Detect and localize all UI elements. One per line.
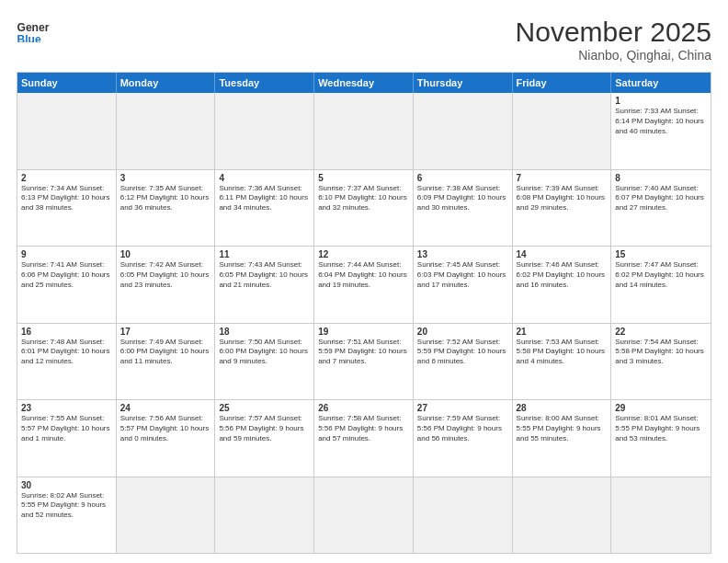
day-info: Sunrise: 7:44 AM Sunset: 6:04 PM Dayligh… bbox=[318, 260, 409, 290]
header-sunday: Sunday bbox=[17, 73, 117, 93]
day-number: 12 bbox=[318, 249, 409, 259]
day-cell-w5-d6: 28Sunrise: 8:00 AM Sunset: 5:55 PM Dayli… bbox=[513, 400, 612, 477]
day-cell-w2-d7: 8Sunrise: 7:40 AM Sunset: 6:07 PM Daylig… bbox=[611, 170, 711, 247]
day-number: 22 bbox=[615, 327, 707, 337]
day-info: Sunrise: 8:02 AM Sunset: 5:55 PM Dayligh… bbox=[21, 491, 112, 521]
day-cell-w4-d1: 16Sunrise: 7:48 AM Sunset: 6:01 PM Dayli… bbox=[17, 324, 117, 400]
week-row-5: 23Sunrise: 7:55 AM Sunset: 5:57 PM Dayli… bbox=[17, 400, 711, 477]
day-cell-w6-d2 bbox=[117, 477, 216, 554]
day-cell-w5-d1: 23Sunrise: 7:55 AM Sunset: 5:57 PM Dayli… bbox=[17, 400, 117, 477]
day-headers: Sunday Monday Tuesday Wednesday Thursday… bbox=[17, 73, 711, 93]
day-cell-w3-d3: 11Sunrise: 7:43 AM Sunset: 6:05 PM Dayli… bbox=[215, 247, 314, 323]
day-info: Sunrise: 7:41 AM Sunset: 6:06 PM Dayligh… bbox=[21, 260, 112, 290]
day-cell-w4-d3: 18Sunrise: 7:50 AM Sunset: 6:00 PM Dayli… bbox=[215, 324, 314, 400]
day-info: Sunrise: 7:46 AM Sunset: 6:02 PM Dayligh… bbox=[517, 260, 608, 290]
day-cell-w1-d2 bbox=[117, 93, 216, 169]
day-cell-w4-d4: 19Sunrise: 7:51 AM Sunset: 5:59 PM Dayli… bbox=[314, 324, 414, 400]
day-info: Sunrise: 7:51 AM Sunset: 5:59 PM Dayligh… bbox=[318, 338, 409, 367]
day-number: 27 bbox=[417, 403, 508, 413]
day-cell-w6-d5 bbox=[414, 477, 513, 554]
day-info: Sunrise: 7:45 AM Sunset: 6:03 PM Dayligh… bbox=[417, 260, 508, 290]
logo-icon: GeneralBlue bbox=[17, 17, 50, 42]
subtitle: Nianbo, Qinghai, China bbox=[516, 48, 711, 63]
day-cell-w2-d5: 6Sunrise: 7:38 AM Sunset: 6:09 PM Daylig… bbox=[414, 170, 513, 247]
day-info: Sunrise: 7:58 AM Sunset: 5:56 PM Dayligh… bbox=[318, 414, 409, 443]
day-info: Sunrise: 7:49 AM Sunset: 6:00 PM Dayligh… bbox=[120, 338, 211, 367]
day-info: Sunrise: 7:57 AM Sunset: 5:56 PM Dayligh… bbox=[219, 414, 310, 443]
header-saturday: Saturday bbox=[611, 73, 711, 93]
title-block: November 2025 Nianbo, Qinghai, China bbox=[516, 17, 711, 63]
calendar: Sunday Monday Tuesday Wednesday Thursday… bbox=[17, 72, 711, 554]
day-number: 11 bbox=[219, 249, 310, 259]
day-info: Sunrise: 7:55 AM Sunset: 5:57 PM Dayligh… bbox=[21, 414, 112, 443]
day-number: 19 bbox=[318, 327, 409, 337]
day-info: Sunrise: 7:33 AM Sunset: 6:14 PM Dayligh… bbox=[615, 107, 707, 136]
day-number: 16 bbox=[21, 327, 112, 337]
day-cell-w2-d4: 5Sunrise: 7:37 AM Sunset: 6:10 PM Daylig… bbox=[314, 170, 414, 247]
day-info: Sunrise: 7:34 AM Sunset: 6:13 PM Dayligh… bbox=[21, 184, 112, 213]
day-info: Sunrise: 8:00 AM Sunset: 5:55 PM Dayligh… bbox=[517, 414, 608, 443]
day-info: Sunrise: 7:43 AM Sunset: 6:05 PM Dayligh… bbox=[219, 260, 310, 290]
svg-text:General: General bbox=[17, 21, 51, 34]
day-cell-w2-d1: 2Sunrise: 7:34 AM Sunset: 6:13 PM Daylig… bbox=[17, 170, 117, 247]
day-info: Sunrise: 7:50 AM Sunset: 6:00 PM Dayligh… bbox=[219, 338, 310, 367]
day-cell-w4-d2: 17Sunrise: 7:49 AM Sunset: 6:00 PM Dayli… bbox=[117, 324, 216, 400]
day-cell-w6-d6 bbox=[513, 477, 612, 554]
day-cell-w3-d2: 10Sunrise: 7:42 AM Sunset: 6:05 PM Dayli… bbox=[117, 247, 216, 323]
svg-text:Blue: Blue bbox=[17, 33, 41, 42]
month-title: November 2025 bbox=[516, 17, 711, 48]
day-number: 7 bbox=[517, 173, 608, 183]
day-number: 8 bbox=[615, 173, 707, 183]
week-row-2: 2Sunrise: 7:34 AM Sunset: 6:13 PM Daylig… bbox=[17, 170, 711, 247]
day-cell-w1-d4 bbox=[314, 93, 414, 169]
day-cell-w2-d2: 3Sunrise: 7:35 AM Sunset: 6:12 PM Daylig… bbox=[117, 170, 216, 247]
day-info: Sunrise: 7:35 AM Sunset: 6:12 PM Dayligh… bbox=[120, 184, 211, 213]
day-cell-w6-d7 bbox=[611, 477, 711, 554]
day-info: Sunrise: 7:47 AM Sunset: 6:02 PM Dayligh… bbox=[615, 260, 707, 290]
day-number: 24 bbox=[120, 403, 211, 413]
day-cell-w5-d7: 29Sunrise: 8:01 AM Sunset: 5:55 PM Dayli… bbox=[611, 400, 711, 477]
header-tuesday: Tuesday bbox=[215, 73, 314, 93]
day-cell-w6-d1: 30Sunrise: 8:02 AM Sunset: 5:55 PM Dayli… bbox=[17, 477, 117, 554]
day-cell-w4-d6: 21Sunrise: 7:53 AM Sunset: 5:58 PM Dayli… bbox=[513, 324, 612, 400]
week-row-1: 1Sunrise: 7:33 AM Sunset: 6:14 PM Daylig… bbox=[17, 93, 711, 170]
day-cell-w3-d4: 12Sunrise: 7:44 AM Sunset: 6:04 PM Dayli… bbox=[314, 247, 414, 323]
day-cell-w5-d3: 25Sunrise: 7:57 AM Sunset: 5:56 PM Dayli… bbox=[215, 400, 314, 477]
day-cell-w1-d5 bbox=[414, 93, 513, 169]
day-info: Sunrise: 7:59 AM Sunset: 5:56 PM Dayligh… bbox=[417, 414, 508, 443]
day-cell-w3-d5: 13Sunrise: 7:45 AM Sunset: 6:03 PM Dayli… bbox=[414, 247, 513, 323]
logo: GeneralBlue bbox=[17, 17, 50, 42]
day-info: Sunrise: 7:48 AM Sunset: 6:01 PM Dayligh… bbox=[21, 338, 112, 367]
header: GeneralBlue November 2025 Nianbo, Qingha… bbox=[17, 17, 711, 63]
day-cell-w3-d7: 15Sunrise: 7:47 AM Sunset: 6:02 PM Dayli… bbox=[611, 247, 711, 323]
day-cell-w1-d6 bbox=[513, 93, 612, 169]
header-monday: Monday bbox=[117, 73, 216, 93]
week-row-4: 16Sunrise: 7:48 AM Sunset: 6:01 PM Dayli… bbox=[17, 324, 711, 401]
day-number: 14 bbox=[517, 249, 608, 259]
day-info: Sunrise: 7:42 AM Sunset: 6:05 PM Dayligh… bbox=[120, 260, 211, 290]
day-info: Sunrise: 7:37 AM Sunset: 6:10 PM Dayligh… bbox=[318, 184, 409, 213]
day-cell-w1-d1 bbox=[17, 93, 117, 169]
day-cell-w6-d3 bbox=[215, 477, 314, 554]
header-friday: Friday bbox=[513, 73, 612, 93]
day-number: 9 bbox=[21, 249, 112, 259]
day-info: Sunrise: 7:52 AM Sunset: 5:59 PM Dayligh… bbox=[417, 338, 508, 367]
day-cell-w5-d5: 27Sunrise: 7:59 AM Sunset: 5:56 PM Dayli… bbox=[414, 400, 513, 477]
day-number: 10 bbox=[120, 249, 211, 259]
header-wednesday: Wednesday bbox=[314, 73, 414, 93]
day-number: 17 bbox=[120, 327, 211, 337]
day-cell-w1-d7: 1Sunrise: 7:33 AM Sunset: 6:14 PM Daylig… bbox=[611, 93, 711, 169]
day-number: 6 bbox=[417, 173, 508, 183]
day-cell-w3-d6: 14Sunrise: 7:46 AM Sunset: 6:02 PM Dayli… bbox=[513, 247, 612, 323]
day-cell-w5-d2: 24Sunrise: 7:56 AM Sunset: 5:57 PM Dayli… bbox=[117, 400, 216, 477]
day-number: 4 bbox=[219, 173, 310, 183]
day-info: Sunrise: 7:36 AM Sunset: 6:11 PM Dayligh… bbox=[219, 184, 310, 213]
day-number: 20 bbox=[417, 327, 508, 337]
day-info: Sunrise: 7:38 AM Sunset: 6:09 PM Dayligh… bbox=[417, 184, 508, 213]
day-number: 29 bbox=[615, 403, 707, 413]
day-number: 25 bbox=[219, 403, 310, 413]
day-cell-w2-d3: 4Sunrise: 7:36 AM Sunset: 6:11 PM Daylig… bbox=[215, 170, 314, 247]
day-info: Sunrise: 8:01 AM Sunset: 5:55 PM Dayligh… bbox=[615, 414, 707, 443]
day-number: 13 bbox=[417, 249, 508, 259]
day-cell-w5-d4: 26Sunrise: 7:58 AM Sunset: 5:56 PM Dayli… bbox=[314, 400, 414, 477]
